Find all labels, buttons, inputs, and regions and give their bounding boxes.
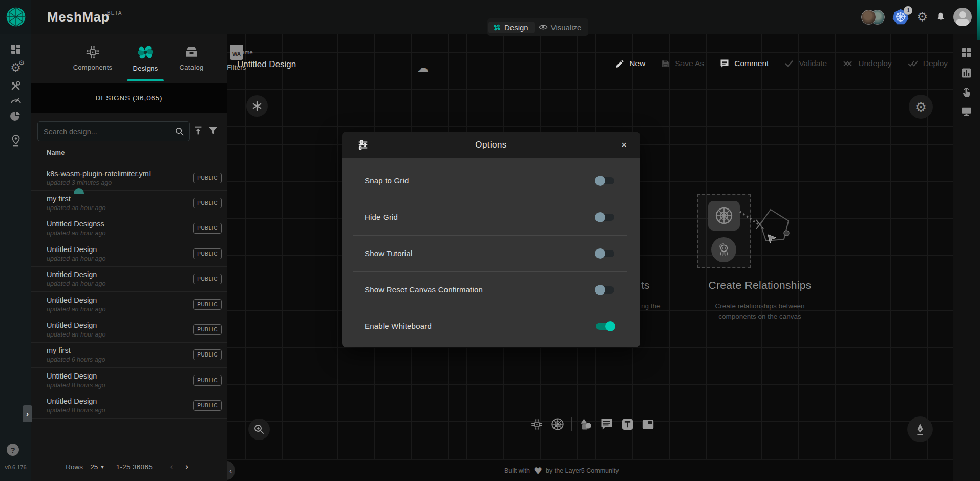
demo-meshery-node: [711, 237, 736, 262]
option-show-reset-confirmation: Show Reset Canvas Confirmation: [342, 271, 640, 308]
mode-design-button[interactable]: Design: [488, 22, 535, 33]
profile-avatar-button[interactable]: [953, 8, 972, 26]
panel-expand-handle[interactable]: ›: [23, 405, 32, 422]
collaborator-avatar-1[interactable]: [861, 10, 876, 25]
bottom-drawer-handle-left[interactable]: ‹: [227, 461, 235, 480]
zoom-button[interactable]: [248, 419, 270, 440]
kubernetes-context-button[interactable]: 1: [892, 8, 909, 26]
import-design-button[interactable]: [193, 125, 204, 136]
kubernetes-count-badge: 1: [904, 6, 912, 15]
design-row[interactable]: Untitled Design updated 8 hours ago PUBL…: [31, 368, 227, 393]
option-enable-whiteboard: Enable Whiteboard: [342, 308, 640, 344]
mode-visualize-button[interactable]: Visualize: [535, 22, 588, 33]
undeploy-button[interactable]: Undeploy: [842, 58, 892, 69]
insights-nav-button[interactable]: [0, 111, 31, 123]
dock-media-button[interactable]: [641, 417, 655, 431]
design-row[interactable]: Untitled Designss updated an hour ago PU…: [31, 216, 227, 241]
double-cross-icon: [842, 58, 854, 69]
layer5-logo[interactable]: [0, 0, 31, 34]
design-row[interactable]: my first updated 6 hours ago PUBLIC: [31, 343, 227, 368]
dock-comment-button[interactable]: [600, 417, 614, 431]
design-list: k8s-wasm-plugin-ratelimiter.yml updated …: [31, 165, 227, 419]
dashboard-nav-button[interactable]: [0, 43, 31, 55]
shapes-icon: [579, 417, 593, 431]
snap-to-grid-toggle[interactable]: [596, 177, 614, 184]
kanvas-spiral-icon: [493, 23, 501, 32]
divider: [4, 130, 27, 130]
beta-tag: BETA: [107, 10, 122, 16]
dock-shapes-button[interactable]: [579, 417, 593, 431]
hidden-heading-fragment: ts: [641, 279, 649, 291]
design-row[interactable]: Untitled Design updated an hour ago PUBL…: [31, 241, 227, 266]
designs-count-header: DESIGNS (36,065): [31, 83, 227, 113]
tab-filters[interactable]: WA Filters: [213, 34, 260, 82]
rows-per-page-select[interactable]: 25 ▾: [90, 463, 104, 471]
canvas-settings-button[interactable]: ⚙: [909, 95, 933, 119]
toolbox-nav-button[interactable]: [0, 80, 31, 92]
enable-whiteboard-toggle[interactable]: [596, 323, 614, 330]
widgets-panel-button[interactable]: [953, 47, 980, 58]
design-row[interactable]: my first updated an hour ago PUBLIC: [31, 191, 227, 216]
environments-nav-button[interactable]: [0, 134, 31, 148]
filter-button[interactable]: [207, 125, 219, 136]
display-panel-button[interactable]: [953, 106, 980, 117]
divider: [353, 344, 627, 344]
eye-icon: [539, 24, 548, 31]
canvas-toolbar: New Save As Comment: [615, 58, 948, 69]
divider: [4, 153, 27, 153]
heart-icon: ♥: [534, 465, 542, 476]
dock-kubernetes-button[interactable]: [550, 417, 565, 431]
option-snap-to-grid: Snap to Grid: [342, 162, 640, 199]
hidden-description-fragment: ng the: [641, 302, 661, 310]
pencil-icon: [615, 59, 625, 69]
top-header: MeshMap BETA Design: [0, 0, 980, 34]
canvas-footer: ‹ Built with ♥ by the Layer5 Community ‹: [227, 459, 980, 481]
search-box: [37, 121, 190, 141]
search-input[interactable]: [38, 128, 175, 136]
search-icon: [175, 127, 189, 136]
help-button[interactable]: ?: [7, 444, 19, 456]
cloud-sync-icon: ☁: [417, 61, 429, 74]
design-row[interactable]: Untitled Design updated an hour ago PUBL…: [31, 292, 227, 317]
deploy-button[interactable]: Deploy: [907, 58, 948, 69]
whiteboard-pen-button[interactable]: [907, 416, 933, 442]
design-row[interactable]: k8s-wasm-plugin-ratelimiter.yml updated …: [31, 165, 227, 191]
layout-freeze-button[interactable]: [246, 95, 268, 117]
show-tutorial-toggle[interactable]: [596, 250, 614, 257]
design-row[interactable]: Untitled Design updated an hour ago PUBL…: [31, 317, 227, 342]
settings-gear-button[interactable]: ⚙: [917, 11, 928, 23]
collaborator-avatars: [861, 10, 885, 25]
tab-designs[interactable]: Designs: [122, 34, 169, 82]
design-name-input[interactable]: [237, 58, 410, 74]
analytics-panel-button[interactable]: [953, 67, 980, 79]
next-page-button[interactable]: ›: [182, 462, 193, 472]
reset-confirmation-toggle[interactable]: [596, 286, 614, 294]
comment-button[interactable]: Comment: [719, 58, 769, 69]
validate-button[interactable]: Validate: [784, 58, 827, 69]
relationship-demo-edge: [739, 206, 795, 254]
visibility-badge: PUBLIC: [193, 299, 222, 310]
dashboard-icon: [10, 43, 22, 55]
check-icon: [784, 58, 794, 69]
hide-grid-toggle[interactable]: [596, 214, 614, 221]
save-as-button[interactable]: Save As: [661, 59, 704, 69]
tab-catalog[interactable]: Catalog: [168, 34, 215, 82]
tab-components[interactable]: Components: [69, 34, 116, 82]
new-design-button[interactable]: New: [615, 59, 645, 69]
dock-components-button[interactable]: [530, 417, 544, 431]
tab-catalog-label: Catalog: [180, 64, 204, 71]
notifications-bell-button[interactable]: [935, 11, 946, 23]
interaction-mode-button[interactable]: [953, 87, 980, 98]
close-icon[interactable]: ×: [618, 138, 630, 152]
brand-accent-strip: [977, 0, 980, 40]
double-check-icon: [907, 58, 919, 69]
design-row[interactable]: Untitled Design updated an hour ago PUBL…: [31, 267, 227, 292]
dock-text-button[interactable]: [621, 417, 634, 431]
bar-chart-icon: [961, 67, 972, 79]
settings-nav-button[interactable]: ⚙⚙: [0, 61, 31, 74]
design-row[interactable]: Untitled Design updated 8 hours ago PUBL…: [31, 393, 227, 419]
footer-credit: Built with ♥ by the Layer5 Community: [504, 460, 619, 481]
mode-switch: Design Visualize: [487, 18, 588, 36]
performance-nav-button[interactable]: [0, 95, 31, 104]
prev-page-button[interactable]: ‹: [166, 462, 177, 472]
